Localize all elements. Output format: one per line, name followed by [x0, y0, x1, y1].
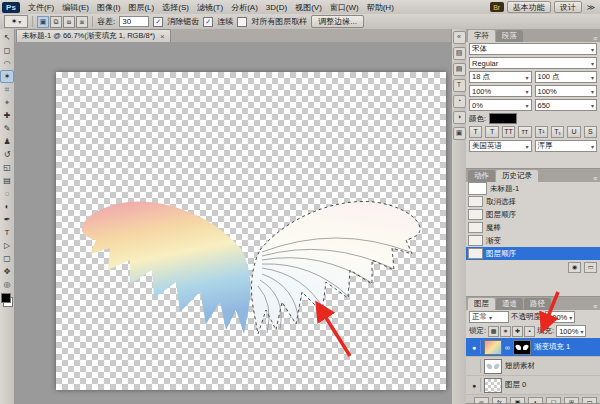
lock-position-icon[interactable]: ✚ — [512, 326, 523, 337]
visibility-eye-icon[interactable]: ● — [468, 340, 481, 354]
all-caps-button[interactable]: TT — [502, 126, 515, 138]
document-tab[interactable]: 未标题-1 @ 66.7%(渐变填充 1, RGB/8*) × — [16, 29, 171, 42]
new-selection-icon[interactable]: ▣ — [37, 16, 49, 28]
underline-button[interactable]: U — [567, 126, 580, 138]
layer-thumbnail[interactable] — [484, 378, 502, 393]
link-layers-icon[interactable]: ∞ — [474, 397, 489, 404]
gradient-tool[interactable]: ▤ — [1, 174, 13, 187]
color-panel-icon[interactable]: ▧ — [453, 47, 466, 60]
menu-file[interactable]: 文件(F) — [24, 2, 58, 13]
history-step-selected[interactable]: 图层顺序 — [466, 247, 600, 260]
menu-layer[interactable]: 图层(L) — [124, 2, 158, 13]
lasso-tool[interactable]: ◠ — [1, 57, 13, 70]
masks-panel-icon[interactable]: ▣ — [453, 127, 466, 140]
close-tab-icon[interactable]: × — [160, 32, 165, 41]
swatches-panel-icon[interactable]: ▤ — [453, 63, 466, 76]
refine-edge-button[interactable]: 调整边缘... — [311, 15, 364, 28]
blur-tool[interactable]: ◌ — [1, 187, 13, 200]
layer-row-layer0[interactable]: ● 图层 0 — [466, 376, 600, 395]
zoom-tool[interactable]: ◎ — [1, 278, 13, 291]
antialias-select[interactable]: 浑厚 — [535, 140, 598, 152]
font-style-select[interactable]: Regular — [469, 57, 597, 69]
hand-tool[interactable]: ✥ — [1, 265, 13, 278]
menu-analysis[interactable]: 分析(A) — [227, 2, 262, 13]
faux-bold-button[interactable]: T — [469, 126, 482, 138]
tracking-field[interactable]: 650 — [535, 99, 598, 111]
intersect-selection-icon[interactable]: ⧆ — [76, 16, 88, 28]
foreground-color-swatch[interactable] — [1, 293, 11, 303]
type-panel-icon[interactable]: T — [453, 79, 466, 92]
blend-mode-select[interactable]: 正常 — [469, 311, 509, 323]
history-step[interactable]: 渐变 — [466, 234, 600, 247]
new-layer-icon[interactable]: ⊞ — [564, 397, 579, 404]
fill-field[interactable]: 100% — [556, 325, 586, 337]
leading-field[interactable]: 100 点 — [535, 71, 598, 83]
layer-mask-thumbnail[interactable] — [513, 340, 531, 355]
workspace-design-button[interactable]: 设计 — [554, 1, 582, 13]
delete-layer-icon[interactable]: ▭ — [582, 397, 597, 404]
tab-paragraph[interactable]: 段落 — [496, 30, 523, 42]
small-caps-button[interactable]: ᴛᴛ — [518, 126, 531, 138]
menu-edit[interactable]: 编辑(E) — [58, 2, 93, 13]
history-step[interactable]: 取消选择 — [466, 195, 600, 208]
language-select[interactable]: 美国英语 — [469, 140, 532, 152]
proportional-spacing-field[interactable]: 0% — [469, 99, 532, 111]
photoshop-logo-icon[interactable]: Ps — [2, 2, 20, 13]
history-step[interactable]: 魔棒 — [466, 221, 600, 234]
tab-actions[interactable]: 动作 — [468, 170, 495, 182]
tool-preset-picker[interactable]: ✶ — [4, 15, 28, 28]
brush-tool[interactable]: ✎ — [1, 122, 13, 135]
dodge-tool[interactable]: ◐ — [1, 200, 13, 213]
history-step[interactable]: 图层顺序 — [466, 208, 600, 221]
panel-menu-icon[interactable]: ≡ — [590, 35, 600, 42]
visibility-eye-icon[interactable]: ● — [468, 378, 481, 392]
lock-transparency-icon[interactable]: ▩ — [488, 326, 499, 337]
horizontal-scale-field[interactable]: 100% — [535, 85, 598, 97]
tab-channels[interactable]: 通道 — [496, 298, 523, 310]
menu-select[interactable]: 选择(S) — [158, 2, 193, 13]
eraser-tool[interactable]: ◱ — [1, 161, 13, 174]
pen-tool[interactable]: ✒ — [1, 213, 13, 226]
tab-history[interactable]: 历史记录 — [496, 170, 538, 182]
delete-state-icon[interactable]: ▭ — [584, 262, 597, 273]
color-swatches[interactable] — [1, 293, 13, 307]
font-family-select[interactable]: 宋体 — [469, 43, 597, 55]
history-brush-tool[interactable]: ↺ — [1, 148, 13, 161]
type-tool[interactable]: T — [1, 226, 13, 239]
tab-character[interactable]: 字符 — [468, 30, 495, 42]
layer-row-gradient-fill[interactable]: ● ∞ 渐变填充 1 — [466, 338, 600, 357]
faux-italic-button[interactable]: T — [485, 126, 498, 138]
layer-thumbnail[interactable] — [484, 359, 502, 374]
history-snapshot[interactable]: 未标题-1 — [466, 182, 600, 195]
opacity-field[interactable]: 100% — [545, 311, 575, 323]
workspace-basic-button[interactable]: 基本功能 — [507, 1, 551, 13]
gradient-fill-thumbnail[interactable] — [484, 340, 502, 355]
tab-paths[interactable]: 路径 — [524, 298, 551, 310]
layer-row-wing-material[interactable]: 翅膀素材 — [466, 357, 600, 376]
styles-panel-icon[interactable]: ◑ — [453, 111, 466, 124]
menu-filter[interactable]: 滤镜(T) — [193, 2, 227, 13]
antialias-checkbox[interactable] — [153, 17, 163, 27]
panel-menu-icon[interactable]: ≡ — [590, 175, 600, 182]
font-size-field[interactable]: 18 点 — [469, 71, 532, 83]
add-mask-icon[interactable]: ▣ — [510, 397, 525, 404]
expand-panels-icon[interactable]: « — [453, 31, 466, 44]
contiguous-checkbox[interactable] — [203, 17, 213, 27]
subtract-selection-icon[interactable]: ⧇ — [63, 16, 75, 28]
tolerance-input[interactable]: 30 — [119, 16, 149, 27]
menu-view[interactable]: 视图(V) — [291, 2, 326, 13]
menu-window[interactable]: 窗口(W) — [326, 2, 363, 13]
menu-3d[interactable]: 3D(D) — [262, 3, 291, 12]
strikethrough-button[interactable]: S — [584, 126, 597, 138]
vertical-scale-field[interactable]: 100% — [469, 85, 532, 97]
adjustment-layer-icon[interactable]: ◐ — [528, 397, 543, 404]
path-selection-tool[interactable]: ▷ — [1, 239, 13, 252]
sample-all-layers-checkbox[interactable] — [237, 17, 247, 27]
magic-wand-tool[interactable]: ✶ — [0, 70, 14, 83]
mask-link-icon[interactable]: ∞ — [505, 344, 510, 351]
document-canvas[interactable] — [56, 72, 446, 390]
layer-effects-icon[interactable]: fx — [492, 397, 507, 404]
healing-brush-tool[interactable]: ✚ — [1, 109, 13, 122]
add-selection-icon[interactable]: ⧉ — [50, 16, 62, 28]
layer-group-icon[interactable]: ▢ — [546, 397, 561, 404]
